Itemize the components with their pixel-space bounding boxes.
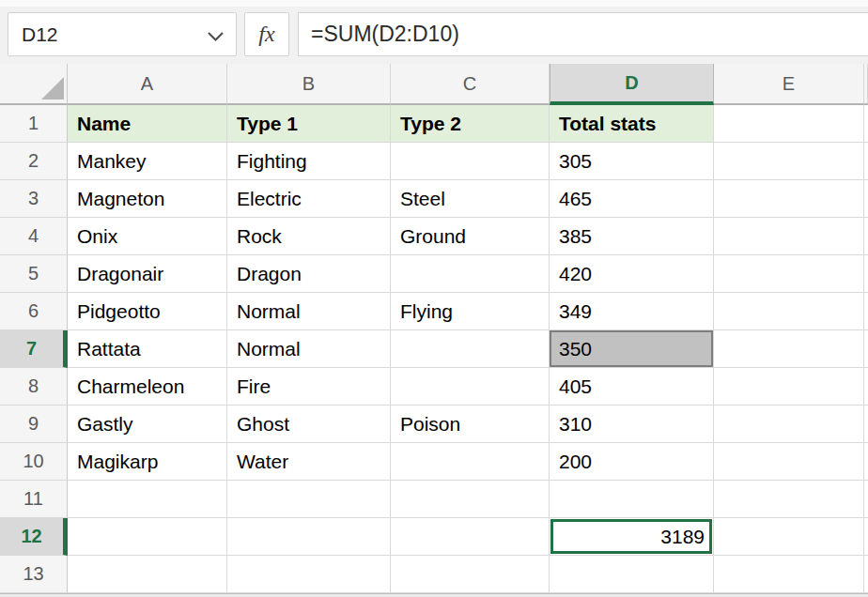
cell-D10[interactable]: 200 xyxy=(550,443,714,481)
cell-C12[interactable] xyxy=(391,518,550,556)
cell-D9[interactable]: 310 xyxy=(550,406,714,443)
cell-A5[interactable]: Dragonair xyxy=(68,255,227,293)
cell-D5[interactable]: 420 xyxy=(550,255,714,293)
cell-D7[interactable]: 350 xyxy=(550,330,714,368)
cell-E11[interactable] xyxy=(714,481,864,518)
row-header-1[interactable]: 1 xyxy=(0,105,68,143)
column-header-D[interactable]: D xyxy=(550,64,714,105)
cell-C2[interactable] xyxy=(391,143,550,180)
cell-C9[interactable]: Poison xyxy=(391,406,550,443)
cell-C10[interactable] xyxy=(391,443,550,481)
chevron-down-icon[interactable] xyxy=(208,29,224,46)
cell-partial-row-8[interactable] xyxy=(864,368,868,406)
cell-E7[interactable] xyxy=(714,330,864,368)
column-header-A[interactable]: A xyxy=(68,64,227,105)
cell-D6[interactable]: 349 xyxy=(550,293,714,330)
cell-E8[interactable] xyxy=(714,368,864,406)
cell-C13[interactable] xyxy=(391,556,550,593)
cell-partial-row-13[interactable] xyxy=(864,556,868,593)
cell-E10[interactable] xyxy=(714,443,864,481)
cell-C5[interactable] xyxy=(391,255,550,293)
cell-A10[interactable]: Magikarp xyxy=(68,443,227,481)
row-header-13[interactable]: 13 xyxy=(0,556,68,593)
cell-D4[interactable]: 385 xyxy=(550,218,714,255)
formula-input[interactable]: =SUM(D2:D10) xyxy=(298,12,868,56)
row-header-9[interactable]: 9 xyxy=(0,406,68,443)
cell-E1[interactable] xyxy=(714,105,864,143)
cell-partial-row-9[interactable] xyxy=(864,406,868,443)
cell-B12[interactable] xyxy=(227,518,391,556)
cell-B4[interactable]: Rock xyxy=(227,218,391,255)
cell-A11[interactable] xyxy=(68,481,227,518)
cell-partial-row-4[interactable] xyxy=(864,218,868,255)
row-header-7[interactable]: 7 xyxy=(0,330,68,368)
cell-E2[interactable] xyxy=(714,143,864,180)
cell-C4[interactable]: Ground xyxy=(391,218,550,255)
column-header-E[interactable]: E xyxy=(714,64,864,105)
cell-D12[interactable]: 3189 xyxy=(550,518,714,556)
cell-D2[interactable]: 305 xyxy=(550,143,714,180)
cell-partial-row-3[interactable] xyxy=(864,180,868,218)
cell-C11[interactable] xyxy=(391,481,550,518)
cell-partial-row-11[interactable] xyxy=(864,481,868,518)
cell-A3[interactable]: Magneton xyxy=(68,180,227,218)
row-header-5[interactable]: 5 xyxy=(0,255,68,293)
cell-B8[interactable]: Fire xyxy=(227,368,391,406)
insert-function-button[interactable]: fx xyxy=(244,12,289,56)
cell-A4[interactable]: Onix xyxy=(68,218,227,255)
cell-A2[interactable]: Mankey xyxy=(68,143,227,180)
cell-E3[interactable] xyxy=(714,180,864,218)
select-all-corner[interactable] xyxy=(0,64,68,105)
cell-B13[interactable] xyxy=(227,556,391,593)
cell-B10[interactable]: Water xyxy=(227,443,391,481)
cell-A13[interactable] xyxy=(68,556,227,593)
cell-A6[interactable]: Pidgeotto xyxy=(68,293,227,330)
row-header-2[interactable]: 2 xyxy=(0,143,68,180)
cell-E9[interactable] xyxy=(714,406,864,443)
cell-E6[interactable] xyxy=(714,293,864,330)
cell-A9[interactable]: Gastly xyxy=(68,406,227,443)
cell-partial-row-2[interactable] xyxy=(864,143,868,180)
row-header-10[interactable]: 10 xyxy=(0,443,68,481)
cell-C3[interactable]: Steel xyxy=(391,180,550,218)
cell-A12[interactable] xyxy=(68,518,227,556)
cell-B2[interactable]: Fighting xyxy=(227,143,391,180)
cell-A7[interactable]: Rattata xyxy=(68,330,227,368)
cell-C7[interactable] xyxy=(391,330,550,368)
row-header-6[interactable]: 6 xyxy=(0,293,68,330)
row-header-3[interactable]: 3 xyxy=(0,180,68,218)
cell-A8[interactable]: Charmeleon xyxy=(68,368,227,406)
cell-partial-row-7[interactable] xyxy=(864,330,868,368)
column-header-B[interactable]: B xyxy=(227,64,391,105)
row-header-12[interactable]: 12 xyxy=(0,518,68,556)
cell-partial-row-1[interactable] xyxy=(864,105,868,143)
row-header-4[interactable]: 4 xyxy=(0,218,68,255)
cell-C6[interactable]: Flying xyxy=(391,293,550,330)
cell-E13[interactable] xyxy=(714,556,864,593)
cell-A1[interactable]: Name xyxy=(68,105,227,143)
cell-B3[interactable]: Electric xyxy=(227,180,391,218)
row-header-11[interactable]: 11 xyxy=(0,481,68,518)
cell-E12[interactable] xyxy=(714,518,864,556)
cell-E5[interactable] xyxy=(714,255,864,293)
cell-D11[interactable] xyxy=(550,481,714,518)
cell-B9[interactable]: Ghost xyxy=(227,406,391,443)
cell-C1[interactable]: Type 2 xyxy=(391,105,550,143)
row-header-8[interactable]: 8 xyxy=(0,368,68,406)
cell-D8[interactable]: 405 xyxy=(550,368,714,406)
cell-B5[interactable]: Dragon xyxy=(227,255,391,293)
cell-D3[interactable]: 465 xyxy=(550,180,714,218)
cell-partial-row-5[interactable] xyxy=(864,255,868,293)
column-header-C[interactable]: C xyxy=(391,64,550,105)
cell-D13[interactable] xyxy=(550,556,714,593)
cell-D1[interactable]: Total stats xyxy=(550,105,714,143)
name-box[interactable]: D12 xyxy=(8,12,237,56)
cell-partial-row-10[interactable] xyxy=(864,443,868,481)
cell-B6[interactable]: Normal xyxy=(227,293,391,330)
cell-B7[interactable]: Normal xyxy=(227,330,391,368)
cell-partial-row-12[interactable] xyxy=(864,518,868,556)
cell-B1[interactable]: Type 1 xyxy=(227,105,391,143)
cell-B11[interactable] xyxy=(227,481,391,518)
cell-C8[interactable] xyxy=(391,368,550,406)
cell-E4[interactable] xyxy=(714,218,864,255)
